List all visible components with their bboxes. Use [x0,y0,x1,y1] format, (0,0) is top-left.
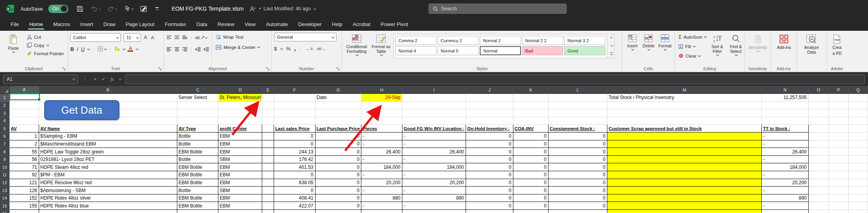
cell-Q16[interactable] [848,210,868,213]
autosum-button[interactable]: Σ AutoSum [677,33,707,41]
cell-C10[interactable]: EBM Bottle [177,163,218,171]
cell-J7[interactable]: 0 [466,140,513,148]
cell-M9[interactable] [607,155,762,163]
cell-I16[interactable] [402,210,466,213]
cell-O6[interactable] [808,133,829,140]
cell-C14[interactable]: EBM Bottle [177,194,218,202]
cell-N12[interactable]: 20,200 [762,179,809,187]
cell-L13[interactable]: 0 [548,187,607,194]
cell-O9[interactable] [808,155,829,163]
cell-D4[interactable] [218,117,262,125]
menu-tab-review[interactable]: Review [212,18,240,30]
cell-F5[interactable]: Last sales Price [274,125,315,133]
cell-O1[interactable] [808,94,829,102]
cancel-entry-icon[interactable]: × [94,76,97,82]
cell-E16[interactable] [262,210,274,213]
cell-A13[interactable]: 126 [9,187,39,194]
cell-N7[interactable]: - [762,140,809,148]
font-family-select[interactable]: Calibri [70,33,121,42]
analyze-data-button[interactable]: Analyze Data [799,33,824,65]
cell-A4[interactable] [9,117,39,125]
cell-D13[interactable]: SBM [218,187,262,194]
cell-I5[interactable]: Good FG W/o INV Location : [402,125,466,133]
cell-O13[interactable] [808,187,829,194]
cell-K11[interactable]: 0 [513,171,548,179]
style-currency-2[interactable]: Currency 2 [438,36,479,45]
percent-style-button[interactable]: % [286,46,291,52]
cell-K3[interactable] [513,109,548,117]
cell-N16[interactable] [762,210,809,213]
cell-E6[interactable] [262,133,274,140]
cell-A15[interactable]: 155 [9,202,39,210]
cell-P6[interactable] [829,133,848,140]
cell-L14[interactable]: 0 [548,194,607,202]
cell-G2[interactable] [315,101,361,109]
cell-N4[interactable] [762,117,809,125]
undo-button[interactable] [91,6,100,12]
addins-button[interactable]: Add-ins [773,33,795,65]
cell-G11[interactable]: 0 [315,171,361,179]
cell-A16[interactable] [9,210,39,213]
cell-C6[interactable]: Bottle [177,133,218,140]
cell-Q10[interactable] [848,163,868,171]
cell-G16[interactable] [315,210,361,213]
cell-I3[interactable] [402,109,466,117]
cell-M2[interactable] [607,101,762,109]
cell-H2[interactable] [361,101,402,109]
cell-O5[interactable] [808,125,829,133]
cell-J3[interactable] [466,109,513,117]
cell-A11[interactable]: 92 [9,171,39,179]
cell-I15[interactable]: - [402,202,466,210]
row-header-8[interactable]: 8 [0,148,9,156]
cell-K10[interactable]: 0 [513,163,548,171]
cell-J11[interactable]: 0 [466,171,513,179]
row-header-12[interactable]: 12 [0,179,9,187]
cell-M11[interactable] [607,171,762,179]
cell-H1[interactable]: 29-Sep [361,94,402,102]
cell-C4[interactable] [177,117,218,125]
cell-N10[interactable]: 184,000 [762,163,809,171]
align-middle-icon[interactable] [174,35,180,40]
cell-B11[interactable]: $PM - EBM [39,171,177,179]
insert-function-icon[interactable]: fx [111,76,114,82]
cell-K7[interactable]: 0 [513,140,548,148]
cell-D8[interactable]: EBM [218,148,262,156]
cell-G14[interactable]: 0 [315,194,361,202]
cell-J10[interactable]: 0 [466,163,513,171]
cell-A14[interactable]: 152 [9,194,39,202]
cell-D16[interactable] [218,210,262,213]
cell-J15[interactable]: 0 [466,202,513,210]
col-header-N[interactable]: N [762,86,809,94]
cell-E8[interactable] [262,148,274,156]
align-right-icon[interactable] [182,47,188,52]
confirm-entry-icon[interactable]: ✓ [101,76,106,82]
save-icon[interactable] [76,5,84,13]
menu-tab-developer[interactable]: Developer [293,18,327,30]
row-header-7[interactable]: 7 [0,140,9,148]
menu-tab-page-layout[interactable]: Page Layout [120,18,160,30]
align-bottom-icon[interactable] [182,35,188,40]
cell-P4[interactable] [829,117,848,125]
cell-N5[interactable]: TT in Stock : [762,125,809,133]
cell-B15[interactable]: HDPE Ridex 48oz blue [39,202,177,210]
cell-P5[interactable] [829,125,848,133]
cell-F16[interactable] [274,210,315,213]
cell-I8[interactable]: 26,400 [402,148,466,156]
format-cells-button[interactable]: Format [658,33,673,65]
cell-I13[interactable]: - [402,187,466,194]
cell-P16[interactable] [829,210,848,213]
cell-I1[interactable] [402,94,466,102]
cell-O16[interactable] [808,210,829,213]
cell-M5[interactable]: Customer Scrap approved but still in Sto… [607,125,762,133]
col-header-C[interactable]: C [177,86,218,94]
cell-N11[interactable]: - [762,171,809,179]
col-header-E[interactable]: E [262,86,274,94]
cell-B14[interactable]: HDPE Ridex 48oz silver [39,194,177,202]
decrease-decimal-button[interactable]: .00→ [316,47,325,51]
cell-K15[interactable]: 0 [513,202,548,210]
cell-B10[interactable]: HDPE Steam 48oz red [39,163,177,171]
cell-A5[interactable]: AV [9,125,39,133]
cell-J13[interactable]: 0 [466,187,513,194]
cell-I7[interactable]: - [402,140,466,148]
cell-F11[interactable]: 0 [274,171,315,179]
